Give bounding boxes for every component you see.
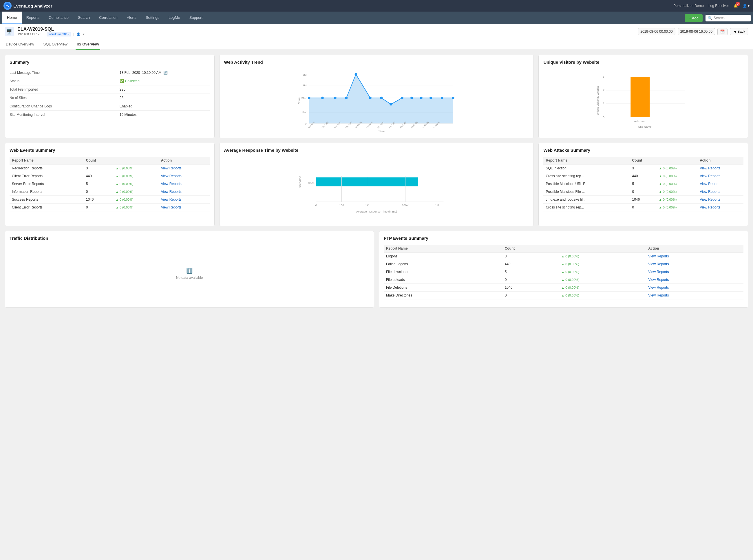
row-count: 0 xyxy=(84,203,113,212)
row-action[interactable]: View Reports xyxy=(159,172,210,180)
svg-point-15 xyxy=(334,97,337,99)
svg-text:Average Response Time (in ms): Average Response Time (in ms) xyxy=(356,210,397,213)
table-row: File uploads 0 ▲ 0 (0.00%) View Reports xyxy=(384,276,744,284)
row-action[interactable]: View Reports xyxy=(159,196,210,203)
dropdown-arrow[interactable]: ▾ xyxy=(83,33,84,36)
back-button[interactable]: ◄ Back xyxy=(730,28,748,35)
nav-tab-logme[interactable]: LogMe xyxy=(164,12,185,24)
subtab-iis-overview[interactable]: IIS Overview xyxy=(76,39,100,50)
view-reports-link[interactable]: View Reports xyxy=(700,198,720,202)
row-action[interactable]: View Reports xyxy=(697,188,744,196)
view-reports-link[interactable]: View Reports xyxy=(648,293,669,297)
row-action[interactable]: View Reports xyxy=(159,180,210,188)
web-attacks-col-count: Count xyxy=(630,157,656,164)
ftp-events-title: FTP Events Summary xyxy=(384,236,744,241)
nav-tab-compliance[interactable]: Compliance xyxy=(44,12,73,24)
device-os: Windows 2019 xyxy=(47,32,71,37)
search-input[interactable] xyxy=(714,16,748,20)
row-count: 1046 xyxy=(502,284,559,292)
row-action[interactable]: View Reports xyxy=(697,180,744,188)
row-action[interactable]: View Reports xyxy=(159,188,210,196)
unique-visitors-card: Unique Visitors by Website Unique Visito… xyxy=(538,55,748,138)
view-reports-link[interactable]: View Reports xyxy=(648,285,669,289)
summary-value-sites: 23 xyxy=(120,94,210,102)
view-reports-link[interactable]: View Reports xyxy=(648,254,669,258)
nav-tab-reports[interactable]: Reports xyxy=(22,12,44,24)
user-avatar[interactable]: 👤 ▾ xyxy=(742,4,750,8)
avg-response-chart-area: Sitename Site1 0 100 1K 100K 1M xyxy=(224,157,529,221)
view-reports-link[interactable]: View Reports xyxy=(161,198,182,202)
svg-point-19 xyxy=(380,97,382,99)
row-action[interactable]: View Reports xyxy=(646,253,744,260)
nav-tab-settings[interactable]: Settings xyxy=(141,12,164,24)
table-row: Success Reports 1046 ▲ 0 (0.00%) View Re… xyxy=(9,196,210,203)
svg-text:0: 0 xyxy=(305,122,306,125)
nav-tab-support[interactable]: Support xyxy=(185,12,207,24)
summary-title: Summary xyxy=(9,60,210,64)
nav-tab-alerts[interactable]: Alerts xyxy=(122,12,141,24)
table-row: Server Error Reports 5 ▲ 0 (0.00%) View … xyxy=(9,180,210,188)
date-from[interactable]: 2019-08-06 00:00:00 xyxy=(638,28,675,35)
unique-visitors-chart: Unique Visitor by Website 3 2 1 0 zoho.c… xyxy=(543,68,744,132)
date-to[interactable]: 2019-08-06 16:05:00 xyxy=(678,28,715,35)
row-action[interactable]: View Reports xyxy=(159,203,210,212)
view-reports-link[interactable]: View Reports xyxy=(161,189,182,194)
table-row: Client Error Reports 0 ▲ 0 (0.00%) View … xyxy=(9,203,210,212)
view-reports-link[interactable]: View Reports xyxy=(161,182,182,186)
view-reports-link[interactable]: View Reports xyxy=(161,174,182,178)
row-count: 440 xyxy=(84,172,113,180)
personalized-demo-link[interactable]: Personalized Demo xyxy=(673,4,704,8)
view-reports-link[interactable]: View Reports xyxy=(648,278,669,282)
nav-tab-home[interactable]: Home xyxy=(2,12,22,24)
view-reports-link[interactable]: View Reports xyxy=(700,166,720,170)
traffic-distribution-title: Traffic Distribution xyxy=(9,236,369,241)
row-count: 0 xyxy=(630,188,656,196)
nav-tab-correlation[interactable]: Correlation xyxy=(94,12,122,24)
web-attacks-col-name: Report Name xyxy=(543,157,630,164)
row-name: Server Error Reports xyxy=(9,180,84,188)
table-row: Information Reports 0 ▲ 0 (0.00%) View R… xyxy=(9,188,210,196)
view-reports-link[interactable]: View Reports xyxy=(700,189,720,194)
row-count: 0 xyxy=(502,292,559,299)
view-reports-link[interactable]: View Reports xyxy=(700,205,720,209)
row-count: 3 xyxy=(502,253,559,260)
row-action[interactable]: View Reports xyxy=(646,276,744,284)
ftp-events-card: FTP Events Summary Report Name Count Act… xyxy=(379,231,748,307)
table-row: Redirection Reports 3 ▲ 0 (0.00%) View R… xyxy=(9,164,210,172)
row-action[interactable]: View Reports xyxy=(697,203,744,212)
subtab-sql-overview[interactable]: SQL Overview xyxy=(42,39,68,50)
view-reports-link[interactable]: View Reports xyxy=(700,182,720,186)
view-reports-link[interactable]: View Reports xyxy=(648,262,669,266)
svg-point-16 xyxy=(345,97,348,99)
log-receiver-link[interactable]: Log Receiver xyxy=(708,4,729,8)
view-reports-link[interactable]: View Reports xyxy=(700,174,720,178)
svg-point-25 xyxy=(440,97,443,99)
row-action[interactable]: View Reports xyxy=(646,292,744,299)
row-action[interactable]: View Reports xyxy=(697,196,744,203)
row-name: Failed Logons xyxy=(384,260,502,268)
nav-tab-search[interactable]: Search xyxy=(73,12,94,24)
row-trend: ▲ 0 (0.00%) xyxy=(559,292,646,299)
add-button[interactable]: + Add xyxy=(685,14,702,22)
row-action[interactable]: View Reports xyxy=(697,164,744,172)
subtab-device-overview[interactable]: Device Overview xyxy=(5,39,35,50)
summary-value-status: ✅Collected xyxy=(120,77,210,85)
notification-bell[interactable]: 🔔2 xyxy=(734,4,738,8)
summary-row-status: Status ✅Collected xyxy=(9,77,210,85)
svg-text:100: 100 xyxy=(339,203,344,207)
view-reports-link[interactable]: View Reports xyxy=(161,205,182,209)
summary-label-config: Configuration Change Logs xyxy=(9,102,120,111)
calendar-button[interactable]: 📅 xyxy=(717,28,728,35)
row-action[interactable]: View Reports xyxy=(159,164,210,172)
row-name: File uploads xyxy=(384,276,502,284)
nav-bar: Home Reports Compliance Search Correlati… xyxy=(0,12,753,24)
row-action[interactable]: View Reports xyxy=(646,284,744,292)
row-name: Cross site scripting rep... xyxy=(543,172,630,180)
view-reports-link[interactable]: View Reports xyxy=(648,270,669,274)
svg-point-22 xyxy=(410,97,413,99)
web-events-col-name: Report Name xyxy=(9,157,84,164)
row-action[interactable]: View Reports xyxy=(646,260,744,268)
row-action[interactable]: View Reports xyxy=(697,172,744,180)
view-reports-link[interactable]: View Reports xyxy=(161,166,182,170)
row-action[interactable]: View Reports xyxy=(646,268,744,276)
